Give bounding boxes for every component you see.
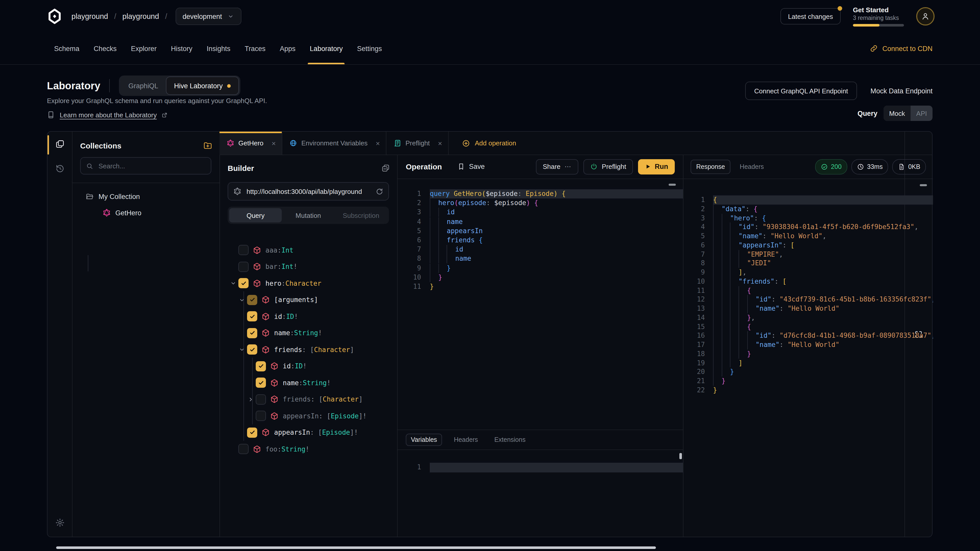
field-row-friends[interactable]: friends: [Character] (228, 391, 397, 408)
cube-icon (253, 279, 261, 288)
editor-scrollbar-thumb[interactable] (920, 184, 927, 186)
chevron-down-icon[interactable] (239, 346, 245, 353)
collapse-panel-icon[interactable] (381, 164, 390, 172)
op-type-mutation[interactable]: Mutation (282, 208, 335, 222)
close-tab-icon[interactable]: × (272, 139, 275, 147)
tab-preflight[interactable]: Preflight× (387, 132, 449, 155)
field-row-appearsin[interactable]: appearsIn: [Episode]! (228, 424, 397, 441)
history-icon (55, 164, 65, 173)
nav-tab-settings[interactable]: Settings (350, 33, 389, 64)
collection-operation-row[interactable]: GetHero (103, 205, 220, 221)
latest-changes-button[interactable]: Latest changes (780, 8, 841, 24)
query-mode-api[interactable]: API (911, 106, 932, 121)
query-mode-mock[interactable]: Mock (883, 106, 911, 121)
field-row-bar[interactable]: bar: Int! (228, 259, 397, 275)
lab-mode-graphiql[interactable]: GraphiQL (121, 77, 166, 94)
tab-gethero[interactable]: GetHero× (220, 132, 283, 155)
scrollbar-thumb[interactable] (679, 453, 682, 459)
io-tab-variables[interactable]: Variables (406, 433, 442, 446)
field-row-id[interactable]: id: ID! (228, 308, 397, 325)
search-input[interactable] (97, 162, 206, 170)
avatar[interactable] (916, 7, 935, 25)
field-checkbox[interactable] (239, 245, 248, 256)
field-row-appearsin[interactable]: appearsIn: [Episode]! (228, 408, 397, 424)
get-started-widget[interactable]: Get Started 3 remaining tasks (853, 6, 904, 27)
field-row-aaa[interactable]: aaa: Int (228, 242, 397, 259)
field-checkbox[interactable] (256, 378, 266, 388)
nav-tab-apps[interactable]: Apps (272, 33, 303, 64)
mock-endpoint-button[interactable]: Mock Data Endpoint (870, 87, 932, 95)
save-button[interactable]: Save (454, 162, 488, 171)
connect-endpoint-button[interactable]: Connect GraphQL API Endpoint (745, 82, 857, 100)
nav-tab-schema[interactable]: Schema (47, 33, 86, 64)
field-checkbox[interactable] (239, 262, 248, 272)
editor-scrollbar-thumb[interactable] (669, 184, 676, 186)
field-checkbox[interactable] (247, 345, 257, 355)
field-row-id[interactable]: id: ID! (228, 358, 397, 375)
response-tab-response[interactable]: Response (690, 159, 731, 174)
field-checkbox[interactable] (256, 361, 266, 372)
tab-environment-variables[interactable]: Environment Variables× (283, 132, 387, 155)
close-tab-icon[interactable]: × (438, 139, 442, 147)
get-started-subtitle: 3 remaining tasks (853, 15, 904, 21)
endpoint-url-input[interactable] (245, 187, 372, 196)
response-tab-headers[interactable]: Headers (735, 160, 769, 173)
hive-logo-icon[interactable] (47, 9, 62, 24)
chevron-right-icon[interactable] (247, 396, 254, 403)
field-checkbox[interactable] (247, 295, 257, 305)
nav-tab-laboratory[interactable]: Laboratory (303, 33, 350, 64)
field-checkbox[interactable] (256, 394, 266, 405)
run-button[interactable]: Run (638, 159, 675, 174)
code-line: 3"hero": { (690, 213, 933, 223)
variables-editor[interactable]: 1 (398, 450, 683, 472)
op-type-subscription[interactable]: Subscription (334, 208, 387, 222)
settings-rail-button[interactable] (48, 510, 72, 535)
field-row-hero[interactable]: hero: Character (228, 275, 397, 292)
collection-folder-row[interactable]: My Collection (85, 189, 220, 204)
code-line: 8name (406, 254, 683, 264)
nav-tab-traces[interactable]: Traces (238, 33, 273, 64)
endpoint-url-field[interactable] (228, 182, 389, 200)
chevron-down-icon[interactable] (230, 280, 237, 287)
io-tab-extensions[interactable]: Extensions (490, 434, 530, 445)
nav-tab-history[interactable]: History (164, 33, 200, 64)
learn-more-link[interactable]: Learn more about the Laboratory (60, 111, 157, 119)
tree-guide-line (88, 255, 88, 272)
io-tab-headers[interactable]: Headers (449, 434, 483, 445)
lab-mode-hive-laboratory[interactable]: Hive Laboratory (166, 76, 239, 95)
breadcrumb-org[interactable]: playground (72, 12, 108, 21)
response-viewer[interactable]: 1{2"data": {3"hero": {4"id": "93038304-0… (683, 179, 933, 537)
collections-search[interactable] (80, 157, 211, 175)
share-button[interactable]: Share ⋯ (536, 159, 578, 174)
field-row-name[interactable]: name: String! (228, 375, 397, 391)
field-checkbox[interactable] (239, 278, 248, 289)
field-row-friends[interactable]: friends: [Character] (228, 341, 397, 358)
op-type-query[interactable]: Query (229, 208, 282, 222)
nav-tab-explorer[interactable]: Explorer (124, 33, 164, 64)
history-rail-button[interactable] (48, 156, 72, 181)
code-line: 4name (406, 217, 683, 226)
field-row-foo[interactable]: foo: String! (228, 441, 397, 457)
code-line: 9], (690, 268, 933, 277)
refresh-icon[interactable] (375, 187, 383, 195)
field-checkbox[interactable] (256, 411, 266, 421)
new-collection-icon[interactable] (203, 141, 212, 150)
horizontal-scrollbar-thumb[interactable] (56, 546, 656, 549)
field-checkbox[interactable] (247, 427, 257, 438)
page-subtitle: Explore your GraphQL schema and run quer… (47, 97, 267, 105)
field-checkbox[interactable] (247, 311, 257, 322)
close-tab-icon[interactable]: × (375, 139, 380, 147)
environment-selector[interactable]: development (175, 8, 242, 25)
nav-tab-insights[interactable]: Insights (200, 33, 238, 64)
chevron-down-icon[interactable] (239, 297, 245, 303)
preflight-button[interactable]: Preflight (584, 159, 633, 174)
collections-rail-button[interactable] (48, 132, 72, 156)
field-checkbox[interactable] (239, 444, 248, 454)
nav-tab-checks[interactable]: Checks (86, 33, 124, 64)
breadcrumb-project[interactable]: playground (123, 12, 159, 21)
field-row-name[interactable]: name: String! (228, 325, 397, 341)
field-checkbox[interactable] (247, 328, 257, 338)
field-row--arguments-[interactable]: [arguments] (228, 292, 397, 308)
connect-to-cdn-link[interactable]: Connect to CDN (870, 44, 932, 52)
add-operation-button[interactable]: Add operation (459, 132, 519, 155)
